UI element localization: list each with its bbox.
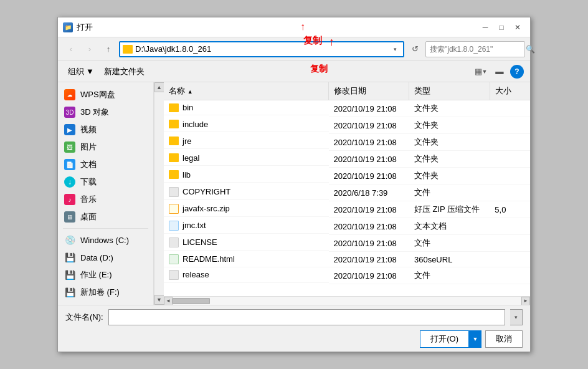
h-scroll-track <box>173 297 521 305</box>
open-btn-group: 打开(O) ▼ <box>420 330 481 348</box>
file-type: 文件夹 <box>409 117 490 134</box>
help-icon: ? <box>514 67 519 76</box>
bottom-bar: 文件名(N): ▾ 打开(O) ▼ 取消 <box>58 305 530 352</box>
sidebar-item-video[interactable]: ▶ 视频 <box>58 121 153 138</box>
table-row[interactable]: COPYRIGHT 2020/6/18 7:39 文件 <box>164 184 530 201</box>
sidebar-scroll-down[interactable]: ▼ <box>154 295 164 305</box>
file-type: 文本文档 <box>409 218 490 235</box>
sidebar-item-music[interactable]: ♪ 音乐 <box>58 191 153 208</box>
organize-button[interactable]: 组织 ▼ <box>64 65 98 79</box>
scroll-right-button[interactable]: ► <box>521 297 530 305</box>
table-row[interactable]: legal 2020/10/19 21:08 文件夹 <box>164 151 530 168</box>
column-type[interactable]: 类型 <box>409 82 490 100</box>
title-bar-left: 📁 打开 <box>63 22 93 33</box>
search-bar: 🔍 <box>425 41 525 57</box>
dialog-icon: 📁 <box>63 22 73 32</box>
file-date: 2020/10/19 21:08 <box>329 201 409 218</box>
file-table-header: 名称 ▲ 修改日期 类型 大小 <box>164 82 530 100</box>
maximize-button[interactable]: □ <box>494 21 509 34</box>
table-row[interactable]: include 2020/10/19 21:08 文件夹 <box>164 117 530 134</box>
sidebar-item-picture[interactable]: 🖼 图片 <box>58 138 153 156</box>
sidebar-item-work-label: 作业 (E:) <box>80 269 112 280</box>
sidebar-item-doc[interactable]: 📄 文档 <box>58 156 153 173</box>
filename-dropdown-button[interactable]: ▾ <box>510 309 523 325</box>
folder-icon <box>169 153 179 162</box>
file-name: README.html <box>183 254 235 264</box>
search-input[interactable] <box>430 45 523 54</box>
sidebar-item-wps[interactable]: ☁ WPS网盘 <box>58 86 153 103</box>
table-row[interactable]: README.html 2020/10/19 21:08 360seURL <box>164 252 530 267</box>
wps-icon: ☁ <box>64 89 75 100</box>
table-row[interactable]: javafx-src.zip 2020/10/19 21:08 好压 ZIP 压… <box>164 201 530 218</box>
file-name: legal <box>183 153 199 163</box>
minimize-button[interactable]: ─ <box>478 21 493 34</box>
file-type: 文件 <box>409 184 490 201</box>
file-size <box>490 151 530 168</box>
file-table-body: bin 2020/10/19 21:08 文件夹 include 2020/10… <box>164 100 530 284</box>
sidebar-item-windows[interactable]: 💿 Windows (C:) <box>58 231 153 249</box>
dialog-title: 打开 <box>77 22 93 33</box>
list-view-button[interactable]: ▬ <box>491 64 508 79</box>
sidebar-item-3d[interactable]: 3D 3D 对象 <box>58 103 153 121</box>
forward-button[interactable]: › <box>82 41 98 57</box>
open-dialog: 📁 打开 ─ □ ✕ ‹ › ↑ ▾ ↺ 🔍 复制 ↑ <box>57 17 531 352</box>
address-dropdown-button[interactable]: ▾ <box>389 41 401 57</box>
file-size: 5,0 <box>490 201 530 218</box>
sidebar-item-download[interactable]: ↓ 下载 <box>58 173 153 191</box>
file-name: COPYRIGHT <box>183 187 230 196</box>
zip-icon <box>169 204 179 214</box>
up-button[interactable]: ↑ <box>100 41 116 57</box>
table-row[interactable]: bin 2020/10/19 21:08 文件夹 <box>164 100 530 117</box>
file-date: 2020/10/19 21:08 <box>329 267 409 284</box>
windows-drive-icon: 💿 <box>64 234 75 246</box>
file-pane: 名称 ▲ 修改日期 类型 大小 bin 2020/10/19 21:08 文件夹 <box>164 82 530 296</box>
filename-label: 文件名(N): <box>65 312 103 323</box>
file-date: 2020/10/19 21:08 <box>329 252 409 267</box>
address-bar: ▾ <box>119 41 404 57</box>
new-folder-button[interactable]: 新建文件夹 <box>100 65 148 79</box>
h-scroll-thumb[interactable] <box>173 298 210 304</box>
back-button[interactable]: ‹ <box>63 41 79 57</box>
refresh-button[interactable]: ↺ <box>407 41 423 57</box>
sidebar-item-work[interactable]: 💾 作业 (E:) <box>58 266 153 284</box>
table-row[interactable]: jre 2020/10/19 21:08 文件夹 <box>164 134 530 151</box>
file-type: 文件夹 <box>409 168 490 184</box>
grid-view-button[interactable]: ▦ ▼ <box>473 64 489 79</box>
new-drive-icon: 💾 <box>64 287 75 298</box>
filename-input[interactable] <box>108 309 505 325</box>
address-input[interactable] <box>135 44 387 54</box>
file-size <box>490 252 530 267</box>
file-type: 文件 <box>409 267 490 284</box>
action-bar: 组织 ▼ 新建文件夹 ▦ ▼ ▬ ? <box>58 61 530 82</box>
column-size[interactable]: 大小 <box>490 82 530 100</box>
address-folder-icon <box>123 45 133 54</box>
organize-label: 组织 <box>68 66 84 77</box>
list-view-icon: ▬ <box>495 67 503 76</box>
column-date[interactable]: 修改日期 <box>329 82 409 100</box>
open-button[interactable]: 打开(O) <box>420 330 469 348</box>
table-row[interactable]: release 2020/10/19 21:08 文件 <box>164 267 530 284</box>
table-row[interactable]: lib 2020/10/19 21:08 文件夹 <box>164 168 530 184</box>
desktop-icon: 🖥 <box>64 211 75 223</box>
file-type: 360seURL <box>409 252 490 267</box>
column-name[interactable]: 名称 ▲ <box>164 82 329 100</box>
cancel-button[interactable]: 取消 <box>485 330 523 348</box>
file-size <box>490 235 530 252</box>
file-type: 文件夹 <box>409 134 490 151</box>
open-dropdown-button[interactable]: ▼ <box>469 330 481 348</box>
file-name: lib <box>183 170 191 180</box>
file-icon <box>169 237 179 247</box>
help-button[interactable]: ? <box>510 65 524 79</box>
table-row[interactable]: jmc.txt 2020/10/19 21:08 文本文档 <box>164 218 530 235</box>
sidebar-item-desktop[interactable]: 🖥 桌面 <box>58 208 153 226</box>
3d-icon: 3D <box>64 107 75 118</box>
file-date: 2020/10/19 21:08 <box>329 151 409 168</box>
close-button[interactable]: ✕ <box>510 21 525 34</box>
sidebar-item-data[interactable]: 💾 Data (D:) <box>58 249 153 266</box>
sidebar-scroll-up[interactable]: ▲ <box>154 82 164 92</box>
table-row[interactable]: LICENSE 2020/10/19 21:08 文件 <box>164 235 530 252</box>
sidebar-item-doc-label: 文档 <box>80 159 97 170</box>
scroll-left-button[interactable]: ◄ <box>164 297 173 305</box>
sidebar-item-wps-label: WPS网盘 <box>80 89 115 100</box>
sidebar-item-new[interactable]: 💾 新加卷 (F:) <box>58 284 153 301</box>
